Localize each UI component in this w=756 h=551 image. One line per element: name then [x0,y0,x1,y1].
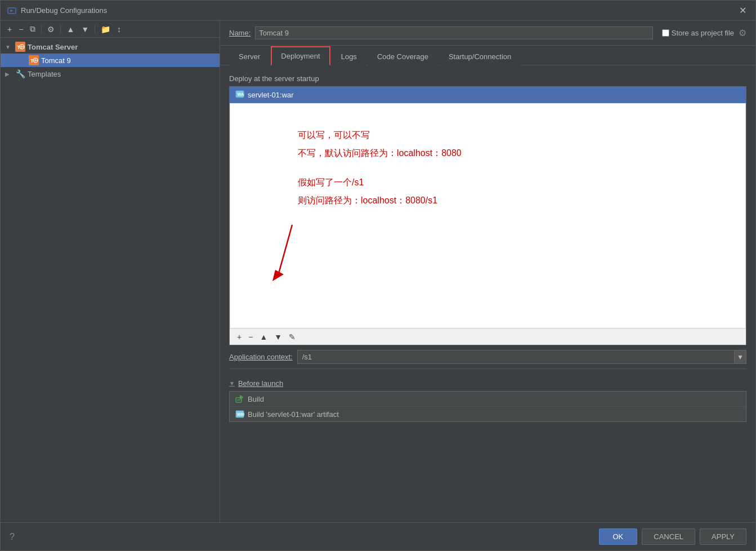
annotation-area: 可以写，可以不写不写，默认访问路径为：localhost：8080 假如写了一个… [230,103,746,328]
before-launch-label: Before launch [238,379,283,388]
store-label: Store as project file [672,29,734,37]
expand-icon: ▼ [5,44,14,50]
before-launch-item-artifact[interactable]: WAR Build 'servlet-01:war' artifact [230,407,746,421]
project-settings-icon[interactable]: ⚙ [739,28,746,38]
config-tree: ▼ T Tomcat Server ▶ [1,38,220,522]
right-panel: Name: Store as project file ⚙ Server Dep… [220,21,755,522]
deployment-content: Deploy at the server startup WAR servlet… [220,65,755,522]
title-bar: Run/Debug Configurations ✕ [1,1,755,21]
tab-code-coverage-label: Code Coverage [377,52,428,61]
tomcat-server-label: Tomcat Server [28,43,78,51]
copy-config-button[interactable]: ⧉ [28,23,38,35]
before-launch-list: Build WAR Build 'servlet-01:war' artifac… [229,391,746,422]
tab-logs-label: Logs [341,52,357,61]
move-up-button[interactable]: ▲ [64,24,77,35]
tree-node-tomcat9[interactable]: ▶ T Tomcat 9 [1,54,220,67]
annotation-text: 可以写，可以不写不写，默认访问路径为：localhost：8080 假如写了一个… [298,126,462,221]
tree-node-templates[interactable]: ▶ 🔧 Templates [1,67,220,81]
toolbar-sep-3 [95,25,95,34]
svg-line-12 [278,225,292,276]
dialog-title: Run/Debug Configurations [21,6,737,15]
store-checkbox[interactable] [662,29,669,37]
tree-group-tomcat-server[interactable]: ▼ T Tomcat Server [1,40,220,54]
tab-startup-connection[interactable]: Startup/Connection [439,47,521,65]
app-context-input-wrap: ▼ [297,350,746,364]
close-button[interactable]: ✕ [737,5,749,16]
tab-server-label: Server [239,52,260,61]
tab-logs[interactable]: Logs [332,47,366,65]
add-config-button[interactable]: + [5,24,14,35]
settings-button[interactable]: ⚙ [45,24,57,35]
svg-text:WAR: WAR [238,92,244,96]
folder-button[interactable]: 📁 [99,24,113,35]
sidebar: + − ⧉ ⚙ ▲ ▼ 📁 ↕ ▼ [1,21,220,522]
tab-startup-connection-label: Startup/Connection [449,52,511,61]
deploy-down-button[interactable]: ▼ [271,331,285,343]
name-label: Name: [229,29,250,37]
tomcat-group-icon: T [15,42,25,52]
deploy-remove-button[interactable]: − [245,331,256,343]
before-launch-section: ▼ Before launch Bu [229,376,746,422]
annotation-line2: 假如写了一个/s1则访问路径为：localhost：8080/s1 [298,174,462,210]
svg-marker-13 [272,270,284,281]
apply-button[interactable]: APPLY [700,528,746,545]
annotation-line1: 可以写，可以不写不写，默认访问路径为：localhost：8080 [298,126,462,162]
templates-icon: 🔧 [15,69,25,79]
before-launch-header[interactable]: ▼ Before launch [229,376,746,391]
run-debug-dialog: Run/Debug Configurations ✕ + − ⧉ ⚙ ▲ ▼ 📁… [0,0,756,551]
app-context-dropdown-btn[interactable]: ▼ [734,350,746,363]
app-context-row: Application context: ▼ [229,345,746,369]
deploy-section: Deploy at the server startup WAR servlet… [229,74,746,369]
before-launch-item-build[interactable]: Build [230,392,746,407]
tab-server[interactable]: Server [229,47,270,65]
ok-button[interactable]: OK [599,528,638,545]
tomcat9-label: Tomcat 9 [41,56,71,65]
footer-buttons: OK CANCEL APPLY [599,528,747,545]
svg-text:WAR: WAR [237,412,244,416]
help-icon[interactable]: ? [10,532,15,542]
svg-marker-1 [10,10,14,12]
templates-label: Templates [28,70,61,78]
deploy-toolbar: + − ▲ ▼ ✎ [230,328,746,345]
tab-code-coverage[interactable]: Code Coverage [368,47,438,65]
sort-button[interactable]: ↕ [115,24,123,35]
build-icon [235,394,244,403]
tabs-bar: Server Deployment Logs Code Coverage Sta… [220,46,755,65]
tab-deployment-label: Deployment [281,52,320,60]
section-title: Deploy at the server startup [229,74,746,83]
tab-deployment[interactable]: Deployment [271,46,330,65]
toolbar-sep-2 [60,25,61,34]
deploy-edit-button[interactable]: ✎ [286,331,298,343]
tomcat9-icon: T [29,55,39,65]
artifact-icon: WAR [235,410,244,419]
build-label: Build [248,395,264,403]
move-down-button[interactable]: ▼ [79,24,91,35]
remove-config-button[interactable]: − [16,24,25,35]
name-row: Name: Store as project file ⚙ [220,21,755,46]
content-area: + − ⧉ ⚙ ▲ ▼ 📁 ↕ ▼ [1,21,755,522]
arrow-left-svg [264,219,309,292]
name-input[interactable] [255,26,652,39]
artifact-label: Build 'servlet-01:war' artifact [248,410,339,419]
app-context-label: Application context: [229,353,293,361]
before-launch-collapse-icon: ▼ [229,380,235,386]
deploy-add-button[interactable]: + [234,331,244,343]
deploy-list: WAR servlet-01:war 可以写，可以不写不写，默认访问路径为：lo… [229,86,746,345]
deploy-up-button[interactable]: ▲ [257,331,270,343]
arrow-left [264,219,309,294]
toolbar-sep-1 [41,25,42,34]
app-context-input[interactable] [298,350,734,363]
dialog-icon [7,6,16,15]
templates-expand-icon: ▶ [5,71,14,77]
cancel-button[interactable]: CANCEL [642,528,695,545]
deploy-item[interactable]: WAR servlet-01:war [230,87,746,103]
store-checkbox-area: Store as project file [662,29,734,37]
sidebar-toolbar: + − ⧉ ⚙ ▲ ▼ 📁 ↕ [1,21,220,38]
footer: ? OK CANCEL APPLY [1,522,755,550]
deploy-item-icon: WAR [235,90,244,100]
deploy-item-label: servlet-01:war [248,91,294,99]
